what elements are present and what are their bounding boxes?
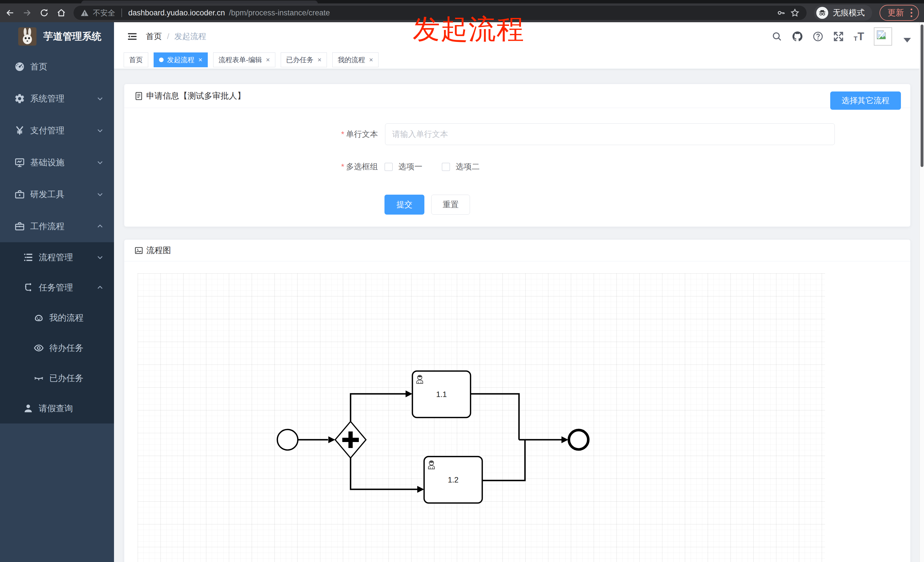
flow-diagram-header: 流程图 [124,240,910,261]
back-icon[interactable] [5,8,15,18]
user-avatar[interactable] [874,27,892,46]
bpmn-diagram: 1.1 1.2 [138,273,825,562]
red-annotation-title: 发起流程 [413,15,524,43]
close-icon[interactable]: × [369,56,373,64]
picture-icon [134,246,143,255]
tags-view: 首页 发起流程× 流程表单-编辑× 已办任务× 我的流程× [114,51,920,69]
password-key-icon[interactable] [776,8,786,18]
tab-label: 流程表单-编辑 [219,55,262,64]
eye-closed-icon [33,373,44,384]
sidebar-item-todo-tasks[interactable]: 待办任务 [0,333,114,363]
close-icon[interactable]: × [318,56,321,64]
parallel-gateway[interactable] [335,421,366,458]
checkbox-option-2-label[interactable]: 选项二 [456,161,480,172]
start-event[interactable] [278,430,298,450]
sidebar-item-devtools[interactable]: 研发工具 [0,178,114,210]
reload-icon[interactable] [39,8,49,18]
checkbox-option-1-label[interactable]: 选项一 [399,161,422,172]
tab-my-process[interactable]: 我的流程× [332,52,378,67]
user-task-1-1[interactable]: 1.1 [412,371,471,418]
tab-start-process[interactable]: 发起流程× [154,52,208,67]
browser-menu-icon[interactable] [910,7,913,18]
browser-active-tab[interactable] [81,1,318,3]
checkbox-option-1[interactable] [384,163,393,171]
app-logo-row[interactable]: 芋道管理系统 [0,22,114,51]
apply-info-header: 申请信息【测试多审批人】 [124,84,910,108]
close-icon[interactable]: × [198,56,202,64]
apply-info-card: 申请信息【测试多审批人】 选择其它流程 *单行文本 *多选框组 选项一 选项二 … [124,84,910,227]
end-event[interactable] [569,430,588,450]
active-dot-icon [159,58,164,62]
checkbox-group-label: *多选框组 [124,161,378,172]
home-icon[interactable] [56,8,66,18]
incognito-badge: 无痕模式 [814,5,872,21]
scrollbar-thumb[interactable] [921,24,923,167]
app-logo [18,27,36,46]
sidebar-item-label: 已办任务 [49,373,84,384]
close-icon[interactable]: × [266,56,270,64]
required-star: * [341,162,344,171]
browser-update-button[interactable]: 更新 [879,5,919,21]
tab-label: 发起流程 [167,55,194,64]
sidebar-item-label: 请假查询 [39,403,73,414]
browser-tabstrip [0,0,924,3]
forward-icon[interactable] [22,8,32,18]
tab-done-tasks[interactable]: 已办任务× [281,52,327,67]
not-secure-warning-icon[interactable] [80,9,89,17]
tab-home[interactable]: 首页 [124,52,148,67]
font-size-icon[interactable]: TT [854,31,864,42]
sidebar-collapse-icon[interactable] [126,31,138,42]
url-separator [122,9,122,17]
search-icon[interactable] [771,31,782,42]
choose-other-process-button[interactable]: 选择其它流程 [830,91,901,110]
tab-form-edit[interactable]: 流程表单-编辑× [213,52,275,67]
page-scrollbar[interactable] [920,22,924,562]
sidebar-item-system[interactable]: 系统管理 [0,82,114,115]
sidebar-item-label: 流程管理 [39,252,73,263]
sidebar-item-process-mgmt[interactable]: 流程管理 [0,242,114,273]
document-icon [134,91,143,100]
user-menu-caret-icon[interactable] [903,38,911,42]
url-path: /bpm/process-instance/create [229,9,330,17]
sidebar-item-infra[interactable]: 基础设施 [0,147,114,178]
bookmark-star-icon[interactable] [790,8,800,18]
breadcrumb-home[interactable]: 首页 [146,31,162,42]
sidebar-item-label: 工作流程 [30,220,64,232]
user-task-1-2[interactable]: 1.2 [424,457,482,503]
breadcrumb: 首页 / 发起流程 [146,22,206,51]
sidebar-item-label: 任务管理 [39,282,73,294]
sidebar-item-label: 我的流程 [49,312,84,324]
apply-info-title: 申请信息【测试多审批人】 [146,90,245,102]
sidebar-item-workflow[interactable]: 工作流程 [0,210,114,242]
dashboard-icon [14,61,25,72]
sidebar-item-task-mgmt[interactable]: 任务管理 [0,273,114,303]
help-icon[interactable] [813,31,824,42]
tab-label: 我的流程 [338,55,365,64]
sidebar-item-label: 支付管理 [30,125,64,136]
sidebar-item-done-tasks[interactable]: 已办任务 [0,363,114,393]
sidebar-item-my-process[interactable]: 我的流程 [0,303,114,333]
tab-label: 首页 [129,55,143,64]
chevron-up-icon [96,223,104,230]
broken-image-icon [876,29,887,40]
briefcase-icon [14,221,25,232]
submit-button[interactable]: 提交 [384,195,424,214]
fullscreen-icon[interactable] [833,31,844,42]
reset-button[interactable]: 重置 [431,195,470,214]
sidebar-item-label: 待办任务 [49,342,84,354]
sidebar-item-label: 基础设施 [30,157,64,168]
url-host: dashboard.yudao.iocoder.cn [128,9,225,17]
sidebar-item-home[interactable]: 首页 [0,51,114,82]
eye-icon [33,343,44,354]
single-line-text-input[interactable] [385,123,835,145]
github-icon[interactable] [792,31,803,42]
sidebar-item-payment[interactable]: 支付管理 [0,115,114,147]
chevron-down-icon [96,127,104,134]
toolbox-icon [14,189,25,200]
workflow-submenu: 流程管理 任务管理 我的流程 待办任务 已办任务 请假 [0,242,114,424]
breadcrumb-current: 发起流程 [174,31,206,42]
incognito-label: 无痕模式 [833,7,865,18]
sidebar-item-leave-query[interactable]: 请假查询 [0,393,114,424]
bpmn-canvas[interactable]: 1.1 1.2 [138,273,825,562]
checkbox-option-2[interactable] [442,163,450,171]
